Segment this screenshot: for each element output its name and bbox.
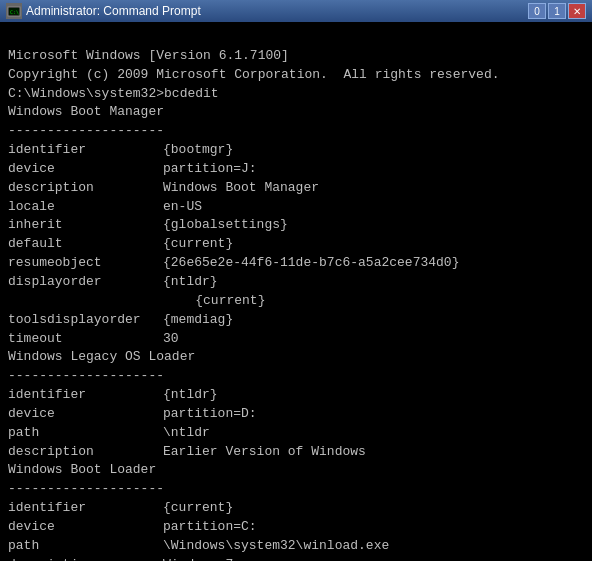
- entry-label: path: [8, 424, 163, 443]
- entry-label: resumeobject: [8, 254, 163, 273]
- close-button[interactable]: ✕: [568, 3, 586, 19]
- entry-label: description: [8, 556, 163, 561]
- entry-label: identifier: [8, 386, 163, 405]
- entry-label: timeout: [8, 330, 163, 349]
- entry-label: description: [8, 179, 163, 198]
- entry-label: device: [8, 405, 163, 424]
- svg-text:C:\: C:\: [10, 9, 19, 15]
- minimize-button[interactable]: 0: [528, 3, 546, 19]
- entry-value: partition=J:: [163, 161, 257, 176]
- entry-label: inherit: [8, 216, 163, 235]
- terminal[interactable]: Microsoft Windows [Version 6.1.7100]Copy…: [0, 22, 592, 561]
- title-icon: C:\: [6, 3, 22, 19]
- entry-label: displayorder: [8, 273, 163, 292]
- entry-value: {current}: [163, 500, 233, 515]
- entry-value: {globalsettings}: [163, 217, 288, 232]
- entry-value: partition=C:: [163, 519, 257, 534]
- entry-value: {bootmgr}: [163, 142, 233, 157]
- entry-value: {memdiag}: [163, 312, 233, 327]
- entry-label: device: [8, 160, 163, 179]
- entry-label: path: [8, 537, 163, 556]
- entry-value: \ntldr: [163, 425, 210, 440]
- entry-value: {ntldr}: [163, 274, 218, 289]
- entry-label: device: [8, 518, 163, 537]
- entry-label: default: [8, 235, 163, 254]
- entry-value: en-US: [163, 199, 202, 214]
- title-bar: C:\ Administrator: Command Prompt 0 1 ✕: [0, 0, 592, 22]
- entry-value: {ntldr}: [163, 387, 218, 402]
- entry-value: Windows Boot Manager: [163, 180, 319, 195]
- entry-label: identifier: [8, 499, 163, 518]
- entry-label: description: [8, 443, 163, 462]
- entry-value: {current}: [163, 236, 233, 251]
- entry-value: {26e65e2e-44f6-11de-b7c6-a5a2cee734d0}: [163, 255, 459, 270]
- entry-value: 30: [163, 331, 179, 346]
- entry-label: locale: [8, 198, 163, 217]
- maximize-button[interactable]: 1: [548, 3, 566, 19]
- entry-label: toolsdisplayorder: [8, 311, 163, 330]
- entry-value: Earlier Version of Windows: [163, 444, 366, 459]
- entry-value: partition=D:: [163, 406, 257, 421]
- entry-value: \Windows\system32\winload.exe: [163, 538, 389, 553]
- title-text: Administrator: Command Prompt: [26, 4, 201, 18]
- entry-label: identifier: [8, 141, 163, 160]
- entry-value: Windows 7: [163, 557, 233, 561]
